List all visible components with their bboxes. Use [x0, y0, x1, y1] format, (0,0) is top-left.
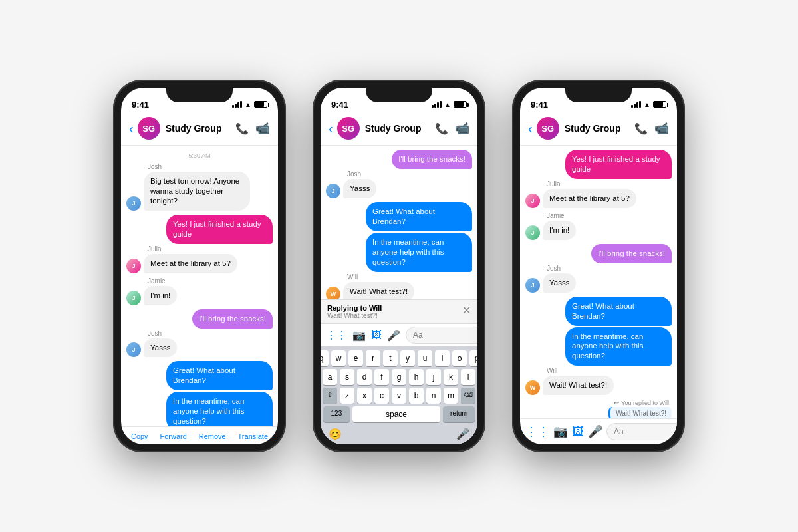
- bubble-p3-7: In the meantime, can anyone help with th…: [565, 327, 672, 366]
- msg-row-6: J Yasss: [126, 338, 273, 358]
- key-f[interactable]: f: [374, 369, 389, 385]
- back-button-2[interactable]: ‹: [329, 121, 333, 136]
- message-input-2[interactable]: [406, 327, 477, 344]
- key-g[interactable]: g: [392, 369, 406, 385]
- key-e[interactable]: e: [348, 350, 363, 366]
- msg-avatar-jamie-1: J: [126, 291, 141, 305]
- video-icon-1[interactable]: 📹: [255, 121, 270, 136]
- key-z[interactable]: z: [340, 388, 354, 404]
- nav-bar-1: ‹ SG Study Group 📞 📹: [121, 114, 278, 146]
- camera-icon[interactable]: 📷: [352, 329, 366, 342]
- back-button-1[interactable]: ‹: [129, 121, 134, 136]
- time-2: 9:41: [331, 100, 348, 110]
- emoji-btn-kb[interactable]: 😊: [329, 428, 342, 440]
- key-v[interactable]: v: [392, 388, 406, 404]
- back-button-3[interactable]: ‹: [528, 121, 533, 136]
- key-n[interactable]: n: [426, 388, 441, 404]
- video-icon-3[interactable]: 📹: [654, 121, 669, 136]
- msg-group-julia-1: Julia J Meet at the library at 5?: [126, 245, 273, 273]
- msg-row-p3-4: I'll bring the snacks!: [525, 244, 672, 263]
- bubble-1: Big test tomorrow! Anyone wanna study to…: [144, 172, 250, 211]
- key-b[interactable]: b: [409, 388, 424, 404]
- key-shift[interactable]: ⇧: [323, 388, 337, 404]
- msg-row-p2-1: I'll bring the snacks!: [326, 150, 472, 169]
- photo-icon-3[interactable]: 🖼: [572, 425, 584, 439]
- msg-avatar-p3-josh: J: [525, 278, 540, 293]
- key-k[interactable]: k: [444, 369, 458, 385]
- key-u[interactable]: u: [418, 350, 432, 366]
- key-p[interactable]: p: [469, 350, 477, 366]
- key-return[interactable]: return: [443, 406, 475, 422]
- key-o[interactable]: o: [452, 350, 467, 366]
- key-i[interactable]: i: [435, 350, 450, 366]
- messages-area-1: 5:30 AM Josh J Big test tomorrow! Anyone…: [121, 146, 278, 426]
- msg-row-p3-2: J Meet at the library at 5?: [525, 189, 672, 208]
- key-l[interactable]: l: [461, 369, 475, 385]
- msg-group-josh-1: Josh J Big test tomorrow! Anyone wanna s…: [126, 163, 273, 211]
- key-c[interactable]: c: [374, 388, 389, 404]
- key-h[interactable]: h: [409, 369, 424, 385]
- remove-button[interactable]: Remove: [199, 432, 226, 440]
- nav-bar-3: ‹ SG Study Group 📞 📹: [520, 114, 677, 146]
- msg-row-2: Yes! I just finished a study guide: [126, 215, 273, 244]
- kb-row-4: 123 space return: [323, 406, 475, 422]
- copy-button[interactable]: Copy: [131, 432, 148, 440]
- key-r[interactable]: r: [366, 350, 380, 366]
- msg-row-p2-2: J Yasss: [326, 179, 472, 198]
- screen-2: 9:41 ▲ ‹ SG Study Group: [321, 88, 477, 444]
- message-input-3[interactable]: [606, 423, 677, 440]
- key-q[interactable]: q: [321, 350, 329, 366]
- battery-icon-1: [254, 101, 267, 108]
- bubble-p3-6: Great! What about Brendan?: [565, 297, 672, 326]
- mic-icon[interactable]: 🎤: [387, 329, 400, 342]
- msg-row-p2-4: In the meantime, can anyone help with th…: [326, 233, 472, 272]
- msg-avatar-josh-2: J: [126, 342, 141, 357]
- call-icon-2[interactable]: 📞: [435, 122, 448, 135]
- video-icon-2[interactable]: 📹: [455, 121, 469, 136]
- key-x[interactable]: x: [357, 388, 372, 404]
- mic-icon-3[interactable]: 🎤: [588, 424, 602, 439]
- key-s[interactable]: s: [340, 369, 354, 385]
- msg-row-p3-8: W Wait! What test?!: [525, 376, 672, 395]
- key-a[interactable]: a: [323, 369, 337, 385]
- photo-icon[interactable]: 🖼: [371, 329, 382, 341]
- camera-icon-3[interactable]: 📷: [553, 424, 568, 439]
- key-m[interactable]: m: [444, 388, 458, 404]
- key-space[interactable]: space: [352, 406, 441, 422]
- translate-button[interactable]: Translate: [238, 432, 268, 440]
- bubble-p3-8: Wait! What test?!: [543, 376, 614, 395]
- call-icon-3[interactable]: 📞: [634, 122, 648, 135]
- bubble-4: I'm in!: [144, 286, 177, 305]
- key-j[interactable]: j: [426, 369, 441, 385]
- phone-1: 9:41 ▲ ‹ SG Study Group: [113, 80, 286, 452]
- key-123[interactable]: 123: [323, 406, 350, 422]
- bubble-p3-1: Yes! I just finished a study guide: [565, 150, 672, 179]
- sender-name-p3-julia: Julia: [547, 180, 672, 188]
- apps-icon-3[interactable]: ⋮⋮: [525, 424, 549, 439]
- reply-ref-p3: ↩ You replied to Will: [614, 399, 669, 406]
- sender-name-jamie-1: Jamie: [148, 277, 273, 285]
- key-y[interactable]: y: [400, 350, 415, 366]
- msg-avatar-julia-1: J: [126, 259, 141, 273]
- signal-icon-2: [432, 101, 442, 108]
- reply-to-label: Replying to Will: [327, 304, 382, 312]
- key-backspace[interactable]: ⌫: [461, 388, 475, 404]
- key-t[interactable]: t: [383, 350, 398, 366]
- key-w[interactable]: w: [331, 350, 346, 366]
- reply-ref-author-p3: You replied to Will: [621, 400, 669, 406]
- key-d[interactable]: d: [357, 369, 372, 385]
- msg-row-p3-3: J I'm in!: [525, 221, 672, 240]
- reply-close-btn[interactable]: ✕: [462, 304, 471, 317]
- messages-area-3: Yes! I just finished a study guide Julia…: [520, 146, 677, 418]
- msg-group-p3-josh: Josh J Yasss: [525, 265, 672, 293]
- apps-icon[interactable]: ⋮⋮: [326, 329, 347, 342]
- kb-row-2: a s d f g h j k l: [323, 369, 475, 385]
- input-bar-3: ⋮⋮ 📷 🖼 🎤 😊 👍: [520, 418, 677, 444]
- time-1: 9:41: [132, 100, 149, 110]
- call-icon-1[interactable]: 📞: [235, 122, 249, 135]
- action-menu-1: Copy Forward Remove Translate: [121, 426, 278, 444]
- mic-btn-kb[interactable]: 🎤: [456, 428, 469, 440]
- sender-name-p2-josh: Josh: [347, 170, 472, 178]
- msg-row-p3-9: ↩ You replied to Will Wait! What test?! …: [525, 399, 672, 418]
- forward-button[interactable]: Forward: [160, 432, 187, 440]
